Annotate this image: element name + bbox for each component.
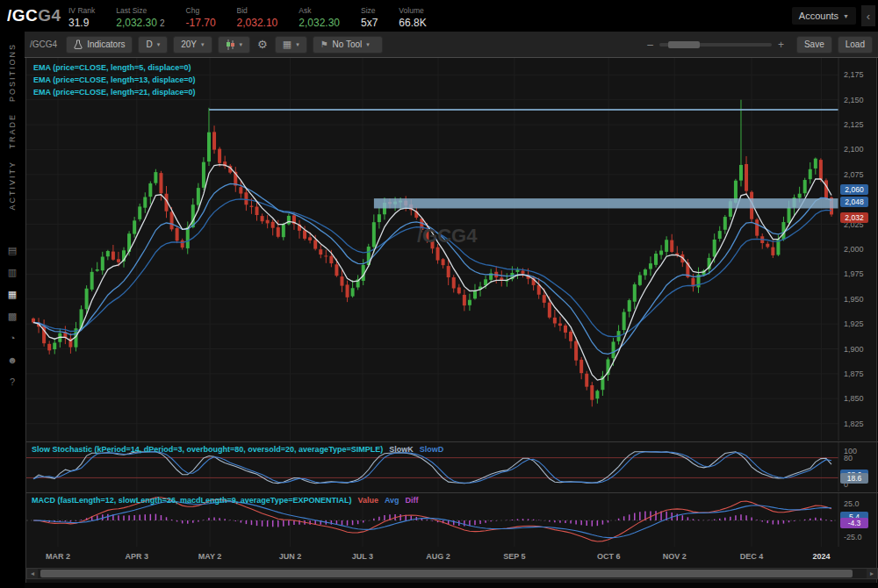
chart-type-dropdown[interactable]: ▾ (218, 36, 251, 54)
chart-style-dropdown[interactable]: ▦ ▾ (275, 36, 307, 54)
help-icon[interactable]: ? (4, 376, 20, 388)
chart-scrollbar[interactable]: ◂ ▸ (26, 568, 878, 579)
price-panel: EMA (price=CLOSE, length=5, displace=0) … (26, 58, 878, 441)
sidebar-tab-positions[interactable]: POSITIONS (8, 43, 17, 102)
slowk-legend: SlowK (389, 445, 414, 454)
price-axis-tick: 2,150 (844, 96, 864, 104)
date-label: OCT 6 (597, 552, 621, 561)
macd-diff-legend: Diff (406, 496, 419, 505)
chevron-down-icon: ▾ (366, 41, 370, 48)
chevron-down-icon: ▾ (201, 41, 205, 48)
quote-stat-value: 2,032.10 (237, 17, 278, 29)
date-label: NOV 2 (663, 552, 687, 561)
scroll-left-arrow-icon[interactable]: ◂ (27, 569, 38, 578)
date-label: MAY 2 (198, 552, 222, 561)
quote-stat-label: IV Rank (68, 6, 95, 15)
grid-icon: ▦ (283, 39, 291, 50)
quote-stat: Chg-17.70 (186, 6, 216, 29)
price-chart-canvas[interactable] (26, 58, 878, 441)
quote-stat: IV Rank31.9 (68, 6, 95, 29)
chevron-down-icon: ▾ (157, 41, 161, 48)
history-icon[interactable]: ◔ (4, 332, 20, 344)
price-axis-tick: 2,175 (844, 70, 864, 79)
save-button[interactable]: Save (796, 36, 832, 54)
indicators-button[interactable]: Indicators (66, 36, 133, 54)
chevron-down-icon: ▾ (296, 41, 299, 48)
price-axis-tick: 2,100 (844, 145, 864, 154)
indicators-label: Indicators (87, 39, 125, 49)
slowd-legend: SlowD (420, 445, 444, 454)
date-label: JUN 2 (279, 552, 302, 561)
chart-area: EMA (price=CLOSE, length=5, displace=0) … (25, 58, 877, 583)
accounts-label: Accounts (799, 11, 838, 21)
community-icon[interactable]: ☻ (4, 354, 20, 366)
settings-gear-icon[interactable]: ⚙ (255, 38, 270, 51)
quote-stat-label: Size (361, 6, 378, 15)
quote-stat: Volume66.8K (399, 6, 426, 29)
date-label: AUG 2 (426, 552, 450, 561)
scroll-right-arrow-icon[interactable]: ▸ (867, 569, 877, 578)
widgets-icon[interactable]: ▩ (4, 310, 20, 322)
macd-panel: MACD (fastLength=12, slowLength=26, macd… (26, 492, 878, 547)
chevron-down-icon: ▾ (240, 41, 243, 48)
chart-toolbar: /GCG4 Indicators D ▾ 20Y ▾ ▾ ⚙ ▦ ▾ ⚑ No … (25, 32, 878, 58)
symbol-root: /GC (7, 6, 38, 25)
quote-stats: IV Rank31.9Last Size2,032.302Chg-17.70Bi… (68, 4, 427, 29)
orders-icon[interactable]: ▥ (4, 266, 20, 278)
sidebar-tab-trade[interactable]: TRADE (8, 113, 17, 149)
ema21-study-label[interactable]: EMA (price=CLOSE, length=21, displace=0) (33, 88, 195, 97)
quote-stat-label: Volume (399, 6, 426, 15)
top-bar: /GCG4 IV Rank31.9Last Size2,032.302Chg-1… (0, 0, 878, 32)
symbol-contract: G4 (38, 6, 61, 25)
quote-stat: Ask2,032.30 (299, 6, 340, 29)
collapse-panel-button[interactable]: ‹ (861, 5, 875, 26)
load-button[interactable]: Load (838, 36, 873, 54)
quote-stat-value: 5x7 (361, 17, 378, 29)
date-label: 2024 (813, 552, 831, 561)
drawing-tool-dropdown[interactable]: ⚑ No Tool ▾ (313, 36, 383, 54)
time-axis: MAR 2APR 3MAY 2JUN 2JUL 3AUG 2SEP 5OCT 6… (26, 548, 878, 565)
macd-axis-bubble: -4.3 (840, 518, 868, 528)
date-label: SEP 5 (503, 552, 525, 561)
price-axis-bubble: 2,048 (840, 197, 868, 207)
flask-icon (74, 39, 83, 49)
watchlist-icon[interactable]: ▤ (4, 244, 20, 256)
range-dropdown[interactable]: 20Y ▾ (173, 36, 212, 54)
quote-stat-label: Ask (299, 6, 340, 15)
left-sidebar: POSITIONSTRADEACTIVITY ▤▥▦▩◔☻? (0, 32, 25, 588)
scrollbar-thumb[interactable] (40, 570, 853, 577)
quote-stat-value: 66.8K (399, 17, 426, 29)
drawing-tool-value: No Tool (333, 39, 363, 49)
zoom-out-button[interactable]: – (647, 39, 653, 51)
macd-study-label[interactable]: MACD (fastLength=12, slowLength=26, macd… (32, 496, 425, 505)
ema5-study-label[interactable]: EMA (price=CLOSE, length=5, displace=0) (33, 63, 191, 72)
price-axis-tick: 2,075 (844, 170, 864, 179)
date-label: DEC 4 (740, 552, 764, 561)
quote-stat-size: 2 (160, 18, 165, 28)
price-axis-tick: 1,975 (844, 269, 864, 278)
macd-axis-tick: 25.0 (844, 499, 860, 508)
topbar-right: Accounts ▼ ‹ (792, 5, 878, 26)
zoom-slider[interactable] (659, 43, 772, 47)
stochastic-axis-tick: 80 (844, 454, 853, 463)
zoom-control: – + (647, 39, 784, 51)
price-axis-tick: 1,825 (844, 419, 864, 428)
zoom-slider-thumb[interactable] (668, 41, 700, 48)
price-axis-tick: 1,875 (844, 369, 864, 378)
date-label: APR 3 (126, 552, 149, 561)
stochastic-panel: Slow Stochastic (kPeriod=14, dPeriod=3, … (26, 441, 878, 491)
price-axis-tick: 1,950 (844, 295, 864, 304)
accounts-dropdown[interactable]: Accounts ▼ (792, 7, 856, 25)
chart-icon[interactable]: ▦ (4, 288, 20, 300)
aggregation-value: D (146, 39, 152, 49)
chevron-down-icon: ▼ (843, 13, 849, 19)
price-axis-tick: 1,925 (844, 319, 864, 328)
sidebar-tab-activity[interactable]: ACTIVITY (8, 161, 17, 211)
zoom-in-button[interactable]: + (778, 39, 784, 51)
quote-stat: Size5x7 (361, 6, 378, 29)
ema13-study-label[interactable]: EMA (price=CLOSE, length=13, displace=0) (33, 75, 195, 84)
stochastic-study-label[interactable]: Slow Stochastic (kPeriod=14, dPeriod=3, … (32, 445, 450, 454)
aggregation-dropdown[interactable]: D ▾ (138, 36, 168, 54)
quote-stat: Bid2,032.10 (237, 6, 278, 29)
price-axis-tick: 1,850 (844, 394, 864, 403)
